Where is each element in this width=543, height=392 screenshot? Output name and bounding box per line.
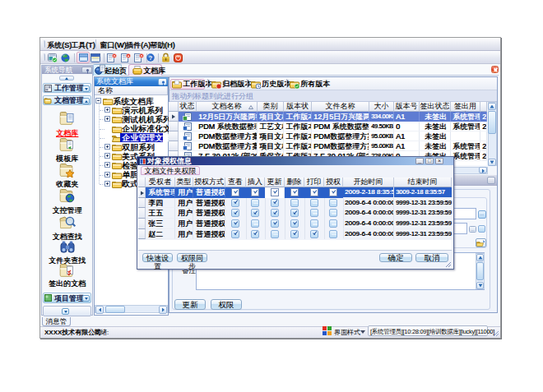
svg-text:?: ?: [149, 54, 153, 62]
